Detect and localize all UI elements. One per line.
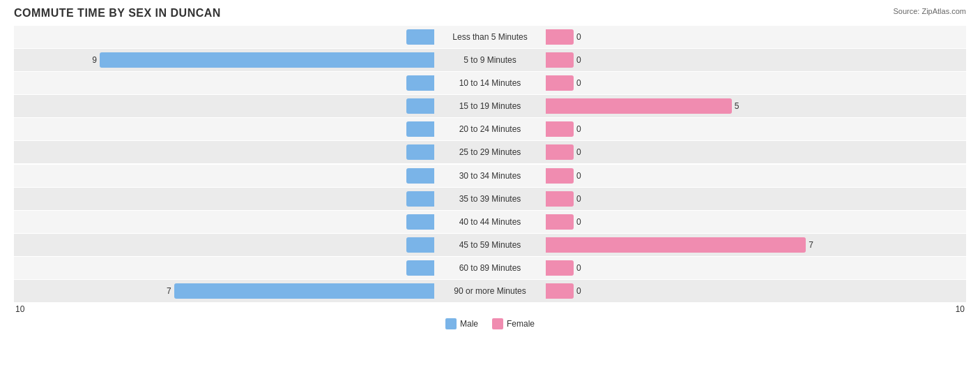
male-value: 7 — [167, 286, 171, 296]
left-section: 7 — [14, 280, 490, 302]
right-section: 0 — [490, 72, 966, 94]
row-label: 30 to 34 Minutes — [431, 171, 549, 181]
axis-labels: 10 10 — [14, 304, 966, 314]
female-zero: 0 — [576, 263, 581, 273]
left-section: 0 — [14, 234, 490, 256]
right-section: 0 — [490, 280, 966, 302]
right-section: 0 — [490, 49, 966, 71]
male-bar-empty — [406, 260, 434, 276]
right-section: 0 — [490, 165, 966, 187]
left-section: 0 — [14, 26, 490, 48]
female-bar-empty — [546, 144, 574, 160]
chart-area: 0 Less than 5 Minutes 0 9 5 to 9 Minutes… — [14, 25, 966, 324]
female-bar-empty — [546, 121, 574, 137]
bar-row: 0 40 to 44 Minutes 0 — [14, 211, 966, 233]
left-section: 0 — [14, 165, 490, 187]
female-bar-empty — [546, 168, 574, 184]
female-label: Female — [507, 319, 535, 329]
left-section: 0 — [14, 188, 490, 210]
male-bar-empty — [406, 29, 434, 45]
right-section: 0 — [490, 141, 966, 163]
bar-row: 0 60 to 89 Minutes 0 — [14, 257, 966, 279]
male-bar-empty — [406, 98, 434, 114]
bar-row: 9 5 to 9 Minutes 0 — [14, 49, 966, 71]
right-section: 0 — [490, 188, 966, 210]
female-bar-empty — [546, 29, 574, 45]
male-bar-empty — [406, 121, 434, 137]
left-section: 0 — [14, 257, 490, 279]
male-swatch — [445, 318, 457, 329]
bar-row: 0 25 to 29 Minutes 0 — [14, 141, 966, 163]
left-section: 0 — [14, 141, 490, 163]
female-zero: 0 — [576, 194, 581, 204]
right-section: 5 — [490, 95, 966, 117]
right-section: 7 — [490, 234, 966, 256]
male-bar: 7 — [174, 283, 434, 299]
legend-male: Male — [445, 318, 478, 329]
row-label: 20 to 24 Minutes — [431, 124, 549, 134]
right-section: 0 — [490, 257, 966, 279]
male-label: Male — [460, 319, 478, 329]
row-label: 15 to 19 Minutes — [431, 101, 549, 111]
right-section: 0 — [490, 26, 966, 48]
male-bar-empty — [406, 75, 434, 91]
male-bar-empty — [406, 191, 434, 207]
female-bar-empty — [546, 191, 574, 207]
row-label: 10 to 14 Minutes — [431, 78, 549, 88]
female-zero: 0 — [576, 147, 581, 157]
left-section: 9 — [14, 49, 490, 71]
rows-container: 0 Less than 5 Minutes 0 9 5 to 9 Minutes… — [14, 25, 966, 303]
left-section: 0 — [14, 95, 490, 117]
male-bar-empty — [406, 214, 434, 230]
legend-female: Female — [492, 318, 535, 329]
male-value: 9 — [92, 55, 97, 65]
bar-row: 0 20 to 24 Minutes 0 — [14, 118, 966, 140]
female-value: 7 — [809, 240, 813, 250]
female-bar-empty — [546, 75, 574, 91]
left-section: 0 — [14, 72, 490, 94]
bar-row: 0 30 to 34 Minutes 0 — [14, 165, 966, 187]
row-label: Less than 5 Minutes — [431, 32, 549, 42]
chart-container: COMMUTE TIME BY SEX IN DUNCAN Source: Zi… — [0, 0, 980, 365]
legend: Male Female — [14, 318, 966, 329]
female-zero: 0 — [576, 171, 581, 181]
row-label: 90 or more Minutes — [431, 286, 549, 296]
row-label: 25 to 29 Minutes — [431, 147, 549, 157]
bar-row: 0 15 to 19 Minutes 5 — [14, 95, 966, 117]
bar-row: 0 45 to 59 Minutes 7 — [14, 234, 966, 256]
source-text: Source: ZipAtlas.com — [893, 7, 966, 15]
female-bar: 7 — [546, 237, 806, 253]
female-bar-empty — [546, 214, 574, 230]
female-value: 5 — [735, 101, 740, 111]
bar-row: 7 90 or more Minutes 0 — [14, 280, 966, 302]
male-bar-empty — [406, 144, 434, 160]
axis-left: 10 — [15, 304, 24, 314]
bar-row: 0 10 to 14 Minutes 0 — [14, 72, 966, 94]
chart-title: COMMUTE TIME BY SEX IN DUNCAN — [14, 7, 966, 20]
right-section: 0 — [490, 118, 966, 140]
female-zero: 0 — [576, 124, 581, 134]
female-bar: 5 — [546, 98, 732, 114]
axis-right: 10 — [956, 304, 965, 314]
right-section: 0 — [490, 211, 966, 233]
row-label: 45 to 59 Minutes — [431, 240, 549, 250]
left-section: 0 — [14, 118, 490, 140]
bar-row: 0 35 to 39 Minutes 0 — [14, 188, 966, 210]
male-bar-empty — [406, 237, 434, 253]
female-zero: 0 — [576, 55, 581, 65]
row-label: 5 to 9 Minutes — [431, 55, 549, 65]
male-bar: 9 — [100, 52, 434, 68]
row-label: 35 to 39 Minutes — [431, 194, 549, 204]
row-label: 40 to 44 Minutes — [431, 217, 549, 227]
female-zero: 0 — [576, 32, 581, 42]
female-bar-empty — [546, 283, 574, 299]
male-bar-empty — [406, 168, 434, 184]
left-section: 0 — [14, 211, 490, 233]
bar-row: 0 Less than 5 Minutes 0 — [14, 26, 966, 48]
female-bar-empty — [546, 52, 574, 68]
female-bar-empty — [546, 260, 574, 276]
female-swatch — [492, 318, 503, 329]
female-zero: 0 — [576, 78, 581, 88]
female-zero: 0 — [576, 286, 581, 296]
row-label: 60 to 89 Minutes — [431, 263, 549, 273]
